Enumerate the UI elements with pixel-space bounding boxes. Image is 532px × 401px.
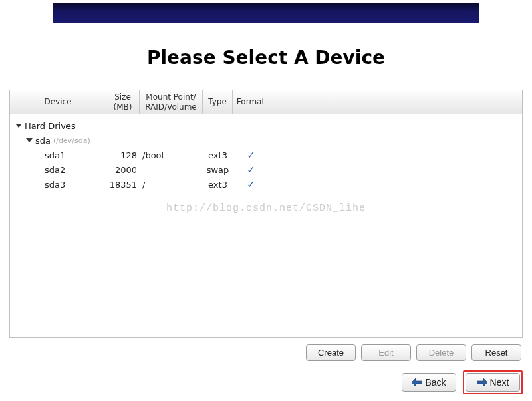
nav-bar: Back Next — [0, 361, 532, 401]
delete-button: Delete — [416, 344, 466, 361]
device-panel: Device Size (MB) Mount Point/ RAID/Volum… — [9, 90, 523, 338]
tree-root-label: Hard Drives — [25, 121, 76, 131]
partition-row[interactable]: sda3 18351 / ext3 ✓ — [10, 177, 522, 192]
partition-row[interactable]: sda1 128 /boot ext3 ✓ — [10, 148, 522, 162]
reset-button[interactable]: Reset — [471, 344, 521, 361]
check-icon: ✓ — [247, 178, 255, 190]
partition-type: ext3 — [208, 150, 227, 160]
partition-size: 2000 — [115, 165, 137, 175]
partition-row[interactable]: sda2 2000 swap ✓ — [10, 162, 522, 177]
back-button[interactable]: Back — [402, 373, 456, 392]
partition-mount: / — [142, 180, 145, 190]
arrow-left-icon — [412, 378, 422, 387]
watermark: http://blog.csdn.net/CSDN_lihe — [10, 203, 522, 214]
create-button[interactable]: Create — [306, 344, 356, 361]
disk-path: (/dev/sda) — [53, 136, 90, 145]
next-highlight: Next — [463, 370, 523, 394]
check-icon: ✓ — [247, 164, 255, 176]
edit-button: Edit — [361, 344, 411, 361]
col-size[interactable]: Size (MB) — [106, 90, 140, 114]
disk-name: sda — [35, 136, 51, 146]
partition-type: ext3 — [208, 180, 227, 190]
back-label: Back — [425, 377, 446, 388]
check-icon: ✓ — [247, 149, 255, 161]
main-content: Please Select A Device Device Size (MB) … — [0, 23, 532, 361]
expand-icon[interactable] — [15, 124, 22, 128]
next-button[interactable]: Next — [466, 373, 520, 392]
expand-icon[interactable] — [26, 138, 33, 142]
partition-mount: /boot — [142, 150, 165, 160]
page-title: Please Select A Device — [9, 47, 523, 68]
partition-name: sda3 — [45, 180, 65, 190]
action-row: Create Edit Delete Reset — [9, 338, 523, 361]
col-mount[interactable]: Mount Point/ RAID/Volume — [140, 90, 203, 114]
col-device[interactable]: Device — [10, 90, 106, 114]
table-header: Device Size (MB) Mount Point/ RAID/Volum… — [10, 90, 522, 114]
partition-size: 18351 — [110, 180, 137, 190]
arrow-right-icon — [477, 378, 487, 387]
partition-size: 128 — [120, 150, 137, 160]
partition-name: sda2 — [45, 165, 65, 175]
tree-root-row[interactable]: Hard Drives — [10, 118, 522, 133]
col-format[interactable]: Format — [233, 90, 269, 114]
partition-type: swap — [207, 165, 229, 175]
table-body: Hard Drives sda (/dev/sda) sda1 128 /boo… — [10, 114, 522, 337]
installer-banner — [53, 3, 479, 23]
next-label: Next — [490, 377, 509, 388]
tree-disk-row[interactable]: sda (/dev/sda) — [10, 133, 522, 148]
col-type[interactable]: Type — [203, 90, 233, 114]
partition-name: sda1 — [45, 150, 65, 160]
